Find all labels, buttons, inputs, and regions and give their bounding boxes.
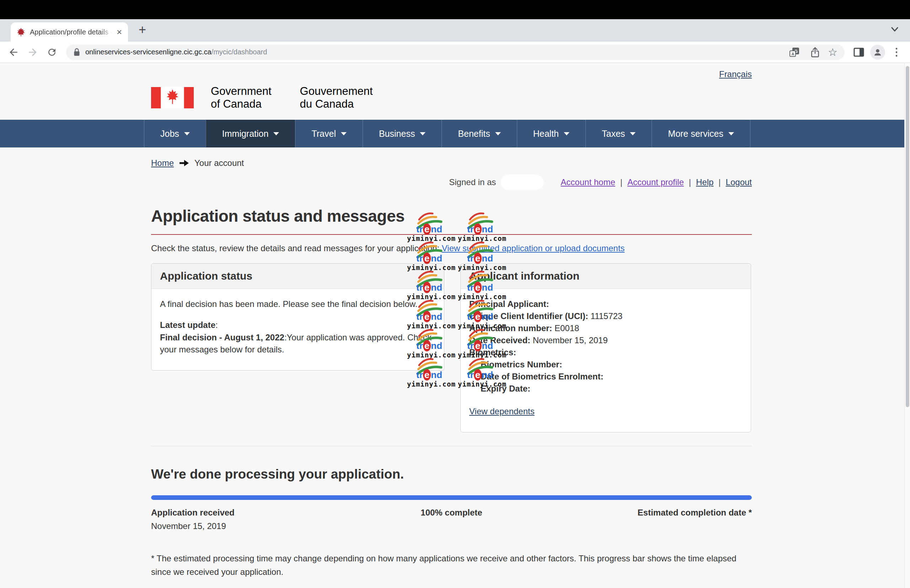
browser-tab[interactable]: Application/profile details - Imm × (11, 23, 128, 42)
application-status-panel: Application status A final decision has … (151, 263, 444, 371)
chevron-down-icon (420, 132, 426, 136)
nav-item-business[interactable]: Business (363, 120, 442, 147)
account-bar: Signed in as Account home|Account profil… (151, 174, 752, 190)
breadcrumb-current: Your account (194, 158, 244, 168)
account-link-help[interactable]: Help (696, 177, 713, 187)
language-toggle-row: Français (151, 63, 752, 79)
url-bar[interactable]: onlineservices-servicesenligne.cic.gc.ca… (66, 44, 845, 60)
reload-icon[interactable] (44, 44, 60, 60)
close-tab-icon[interactable]: × (117, 27, 122, 37)
chevron-down-icon (729, 132, 734, 136)
nav-item-label: Taxes (602, 129, 625, 139)
translate-icon[interactable]: G A (787, 44, 802, 60)
tab-strip: Application/profile details - Imm × + (0, 19, 910, 42)
section-divider (151, 446, 752, 446)
account-link-logout[interactable]: Logout (726, 177, 752, 187)
view-dependents-link[interactable]: View dependents (469, 405, 534, 418)
separator: | (718, 177, 721, 187)
applicant-field: Date Received: November 15, 2019 (469, 334, 742, 346)
back-icon[interactable] (6, 44, 21, 60)
chevron-down-icon (630, 132, 636, 136)
chevron-down-icon (495, 132, 501, 136)
chevron-down-icon (564, 132, 570, 136)
nav-item-travel[interactable]: Travel (295, 120, 363, 147)
application-received-label: Application received (151, 508, 350, 518)
main-content: Application status and messages Check th… (151, 207, 752, 588)
nav-item-label: Health (533, 129, 559, 139)
nav-item-label: More services (668, 129, 724, 139)
page-title: Application status and messages (151, 207, 752, 226)
applicant-field: Biometrics Number: (469, 359, 742, 371)
government-of-canada-signature: Government of Canada Gouvernement du Can… (151, 85, 752, 110)
forward-icon (25, 44, 40, 60)
progress-bar (151, 495, 752, 500)
chevron-down-icon (341, 132, 347, 136)
url-text: onlineservices-servicesenligne.cic.gc.ca… (85, 48, 267, 56)
account-link-account-profile[interactable]: Account profile (627, 177, 684, 187)
progress-fill (151, 495, 752, 500)
separator: | (620, 177, 622, 187)
nav-item-label: Travel (311, 129, 336, 139)
application-status-body: A final decision has been made. Please s… (151, 289, 444, 370)
applicant-field: Principal Applicant: (469, 298, 742, 310)
nav-item-jobs[interactable]: Jobs (144, 120, 206, 147)
progress-labels: Application received 100% complete Estim… (151, 508, 752, 518)
chevron-down-icon (184, 132, 190, 136)
signature-english: Government of Canada (211, 85, 272, 110)
browser-menu-icon[interactable] (889, 44, 904, 60)
applicant-field: Application number: E0018 (469, 322, 742, 334)
applicant-field: Date of Biometrics Enrolment: (469, 371, 742, 383)
applicant-information-header: Applicant information (461, 263, 751, 289)
bookmark-star-icon[interactable]: ☆ (828, 47, 837, 58)
intro-line: Check the status, review the details and… (151, 243, 752, 253)
main-navigation: JobsImmigrationTravelBusinessBenefitsHea… (0, 120, 904, 147)
account-link-account-home[interactable]: Account home (560, 177, 615, 187)
percent-complete-label: 100% complete (350, 508, 553, 518)
latest-update-block: Latest update: Final decision - August 1… (160, 319, 436, 356)
canada-flag-icon (151, 87, 194, 108)
breadcrumb-arrow-icon (180, 160, 189, 166)
tab-search-chevron-icon[interactable] (889, 26, 900, 33)
page-scrollbar[interactable] (904, 63, 910, 588)
language-link-francais[interactable]: Français (719, 69, 752, 79)
browser-toolbar: onlineservices-servicesenligne.cic.gc.ca… (0, 42, 910, 63)
chevron-down-icon (274, 132, 279, 136)
nav-item-immigration[interactable]: Immigration (206, 120, 295, 147)
nav-item-taxes[interactable]: Taxes (585, 120, 652, 147)
nav-item-more-services[interactable]: More services (652, 120, 750, 147)
scrollbar-thumb[interactable] (906, 66, 909, 407)
separator: | (689, 177, 691, 187)
main-nav-items: JobsImmigrationTravelBusinessBenefitsHea… (144, 120, 904, 147)
window-top-strip (0, 0, 910, 19)
page-content: Français Government of Canada Gouverneme… (0, 63, 910, 588)
applicant-field: Biometrics: (469, 346, 742, 359)
final-decision-made-line: A final decision has been made. Please s… (160, 298, 436, 310)
status-and-applicant-panels: Application status A final decision has … (151, 263, 752, 432)
tab-title: Application/profile details - Imm (30, 28, 112, 36)
nav-item-label: Business (379, 129, 415, 139)
new-tab-button[interactable]: + (139, 23, 146, 36)
svg-text:A: A (792, 52, 795, 56)
account-links: Account home|Account profile|Help|Logout (560, 177, 752, 187)
signed-in-label: Signed in as (449, 177, 496, 187)
applicant-fields: Principal Applicant:Unique Client Identi… (469, 298, 742, 395)
signature-french: Gouvernement du Canada (300, 85, 373, 110)
applicant-field: Expiry Date: (469, 383, 742, 395)
nav-item-label: Jobs (160, 129, 179, 139)
profile-avatar[interactable] (870, 45, 885, 60)
lock-icon (73, 48, 80, 57)
breadcrumb-home-link[interactable]: Home (151, 158, 174, 168)
nav-item-label: Immigration (222, 129, 269, 139)
share-icon[interactable] (807, 44, 823, 60)
application-received-date: November 15, 2019 (151, 521, 752, 531)
nav-item-benefits[interactable]: Benefits (442, 120, 517, 147)
view-submitted-application-link[interactable]: View submitted application or upload doc… (442, 243, 625, 253)
nav-item-health[interactable]: Health (517, 120, 585, 147)
applicant-field: Unique Client Identifier (UCI): 1115723 (469, 310, 742, 322)
breadcrumb: Home Your account (151, 158, 752, 168)
nav-item-label: Benefits (458, 129, 490, 139)
side-panel-icon[interactable] (851, 44, 866, 60)
processing-time-note: * The estimated processing time may chan… (151, 552, 752, 579)
applicant-information-body: Principal Applicant:Unique Client Identi… (461, 289, 751, 432)
applicant-information-panel: Applicant information Principal Applican… (460, 263, 751, 432)
